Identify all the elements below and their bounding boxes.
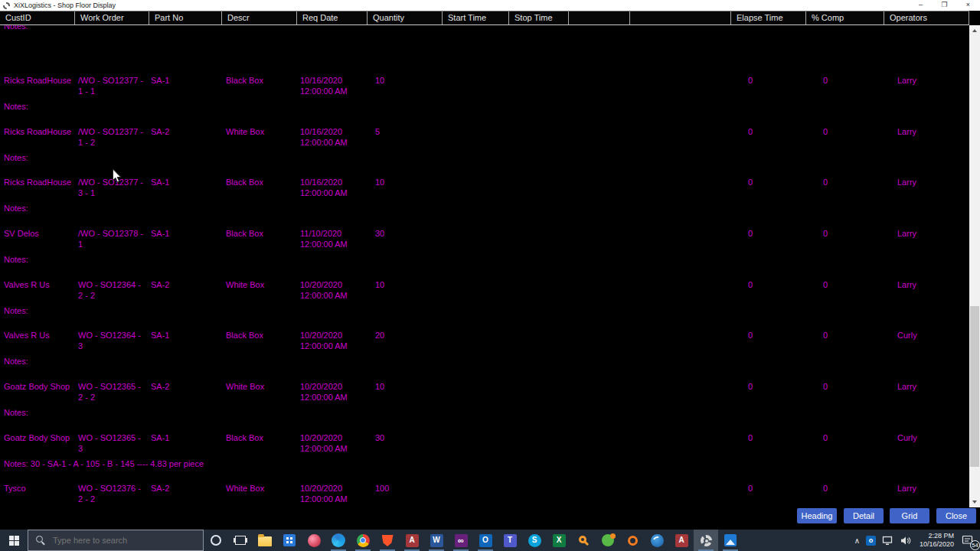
- part-no-cell: SA-1: [151, 76, 204, 86]
- operators-cell: Larry: [897, 127, 916, 138]
- work-order-cell: /WO - SO12377 - 1 - 2: [78, 127, 148, 148]
- brave-icon[interactable]: [375, 530, 400, 551]
- column-header-part-no[interactable]: Part No: [149, 11, 222, 24]
- volume-item[interactable]: [897, 530, 915, 551]
- column-header-quantity[interactable]: Quantity: [368, 11, 443, 24]
- photos-icon[interactable]: [718, 530, 743, 551]
- scrollbar-up-arrow[interactable]: [969, 25, 980, 36]
- taskbar-clock[interactable]: 2:28 PM 10/16/2020: [915, 530, 959, 551]
- column-header-comp[interactable]: % Comp: [806, 11, 884, 24]
- ring-app-glyph: [628, 536, 638, 546]
- scrollbar-thumb[interactable]: [970, 306, 979, 467]
- ring-app-icon[interactable]: [620, 530, 645, 551]
- grid-button[interactable]: Grid: [890, 508, 929, 523]
- column-header-elapse-time[interactable]: Elapse Time: [731, 11, 806, 24]
- req-date-cell: 10/20/2020 12:00:00 AM: [300, 484, 361, 504]
- edge-icon[interactable]: [326, 530, 351, 551]
- window-controls: – ❐ ×: [909, 0, 980, 11]
- skype-icon[interactable]: S: [522, 530, 547, 551]
- pct-comp-cell: 0: [823, 433, 828, 444]
- blue-app-icon[interactable]: [645, 530, 669, 551]
- tray-outlook-item[interactable]: o: [863, 530, 879, 551]
- minimize-button[interactable]: –: [909, 0, 933, 11]
- pct-comp-cell: 0: [823, 229, 828, 240]
- clock-date: 10/16/2020: [920, 540, 954, 549]
- search-input[interactable]: [28, 530, 203, 550]
- skype-glyph: S: [528, 534, 541, 547]
- app-gear-icon: [3, 2, 10, 9]
- file-explorer-icon[interactable]: [253, 530, 277, 551]
- visual-studio-letter: ∞: [458, 536, 464, 545]
- word-letter: W: [433, 536, 439, 544]
- column-header-work-order[interactable]: Work Order: [75, 11, 149, 24]
- task-view-glyph: [235, 536, 246, 545]
- descr-cell: Black Box: [226, 178, 295, 188]
- visual-studio-icon[interactable]: ∞: [449, 530, 473, 551]
- word-icon[interactable]: W: [424, 530, 449, 551]
- access-letter: A: [409, 536, 414, 544]
- custid-cell: Tysco: [4, 484, 74, 494]
- operators-cell: Curly: [897, 433, 917, 444]
- task-view-icon[interactable]: [228, 530, 253, 551]
- excel-icon[interactable]: X: [547, 530, 571, 551]
- chrome-glyph: [357, 534, 370, 547]
- file-explorer-glyph: [258, 536, 272, 546]
- outlook-letter: O: [482, 536, 488, 544]
- column-header-blank-8[interactable]: [569, 11, 630, 24]
- elapse-time-cell: 0: [748, 331, 753, 341]
- taskbar-search[interactable]: [28, 530, 204, 551]
- teams-icon[interactable]: T: [498, 530, 522, 551]
- quantity-cell: 10: [375, 76, 421, 86]
- quickbooks-icon[interactable]: [596, 530, 620, 551]
- column-header-operators[interactable]: Operators: [884, 11, 969, 24]
- column-header-descr[interactable]: Descr: [222, 11, 297, 24]
- teams-letter: T: [508, 536, 512, 544]
- excel-glyph: X: [553, 534, 566, 547]
- outlook-icon[interactable]: O: [473, 530, 498, 551]
- detail-button[interactable]: Detail: [844, 508, 884, 523]
- scrollbar-down-arrow[interactable]: [969, 497, 980, 507]
- close-window-button[interactable]: ×: [956, 0, 980, 11]
- quantity-cell: 5: [375, 127, 421, 138]
- heading-button[interactable]: Heading: [797, 508, 837, 523]
- network-item[interactable]: [879, 530, 897, 551]
- calculator-icon[interactable]: [277, 530, 302, 551]
- vertical-scrollbar[interactable]: [969, 25, 980, 507]
- access-icon[interactable]: A: [400, 530, 424, 551]
- custid-cell: Ricks RoadHouse: [4, 76, 74, 86]
- descr-cell: Black Box: [226, 229, 295, 240]
- req-date-cell: 10/16/2020 12:00:00 AM: [300, 76, 361, 96]
- column-header-blank-9[interactable]: [630, 11, 731, 24]
- access-2-icon[interactable]: A: [669, 530, 694, 551]
- chrome-icon[interactable]: [351, 530, 375, 551]
- settings-gear-icon[interactable]: [694, 530, 718, 551]
- search-app-icon[interactable]: [571, 530, 596, 551]
- cortana-icon[interactable]: [204, 530, 228, 551]
- elapse-time-cell: 0: [748, 433, 753, 444]
- maximize-button[interactable]: ❐: [933, 0, 956, 11]
- quantity-cell: 10: [375, 280, 421, 291]
- tray-expand-icon[interactable]: ∧: [851, 530, 863, 551]
- column-header-start-time[interactable]: Start Time: [443, 11, 509, 24]
- action-center-button[interactable]: 54: [959, 530, 977, 551]
- column-header-req-date[interactable]: Req Date: [297, 11, 368, 24]
- grid-header: CustIDWork OrderPart NoDescrReq DateQuan…: [0, 11, 969, 25]
- column-header-stop-time[interactable]: Stop Time: [509, 11, 569, 24]
- part-no-cell: SA-1: [151, 229, 204, 240]
- notes-line: Notes:: [4, 408, 540, 419]
- calculator-glyph: [283, 534, 296, 546]
- column-header-custid[interactable]: CustID: [0, 11, 75, 24]
- access-glyph: A: [406, 534, 419, 547]
- start-button[interactable]: [0, 530, 28, 551]
- descr-cell: White Box: [226, 382, 295, 393]
- custid-cell: Ricks RoadHouse: [4, 127, 74, 138]
- custid-cell: Ricks RoadHouse: [4, 178, 74, 188]
- excel-letter: X: [557, 536, 562, 544]
- access-2-glyph: A: [675, 534, 688, 547]
- outlook-tray-icon: o: [866, 536, 876, 546]
- descr-cell: White Box: [226, 127, 295, 138]
- close-button[interactable]: Close: [936, 508, 976, 523]
- work-order-cell: /WO - SO12377 - 3 - 1: [78, 178, 148, 198]
- notes-line-partial: Notes:: [4, 25, 28, 32]
- app-red-icon[interactable]: [302, 530, 326, 551]
